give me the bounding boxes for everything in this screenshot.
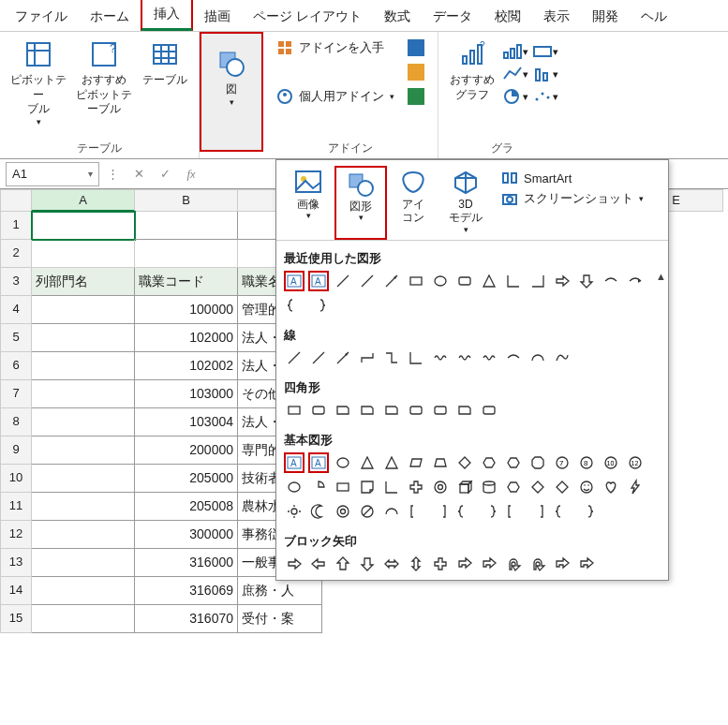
cell[interactable]: 庶務・人 [238,577,322,605]
shape-arrowL[interactable] [308,554,329,574]
my-addins-button[interactable]: 個人用アドイン ▾ [276,88,394,105]
screenshot-button[interactable]: スクリーンショット ▾ [501,190,644,207]
shape-hex[interactable] [503,477,524,497]
cell[interactable]: 316069 [135,577,238,605]
cell[interactable]: 205008 [135,493,238,521]
shape-moon[interactable] [308,501,329,522]
scroll-up-icon[interactable]: ▲ [656,271,666,282]
cell[interactable] [32,436,135,465]
shape-bentArrow[interactable] [552,554,572,574]
get-addins-button[interactable]: アドインを入手 [276,39,394,56]
shape-freeform[interactable] [552,348,572,368]
shape-arc[interactable] [381,501,402,522]
shape-braceR[interactable] [479,501,499,522]
cell[interactable]: 300000 [135,521,238,549]
cell[interactable] [32,380,135,408]
shape-noentry[interactable] [357,501,378,522]
shape-arrowU[interactable] [333,554,353,574]
shape-circ7[interactable]: 7 [552,452,572,473]
tab-insert[interactable]: 挿入 [141,0,193,31]
shape-L[interactable] [381,477,402,497]
select-all-corner[interactable] [0,189,32,212]
shape-smile[interactable] [576,477,597,497]
recommended-charts-button[interactable]: ? おすすめ グラフ [446,36,498,129]
shape-roundrect[interactable] [479,400,499,421]
shape-bracket[interactable] [503,501,524,522]
shape-bentArrow[interactable] [576,554,597,574]
table-button[interactable]: テーブル [139,36,191,129]
shape-cyl[interactable] [479,477,499,497]
fx-icon[interactable]: fx [178,162,204,186]
shape-braceR[interactable] [576,501,597,522]
shape-snip[interactable] [381,400,402,421]
cell[interactable] [32,352,135,380]
shape-squiggle[interactable] [430,348,451,368]
shape-circ10[interactable]: 10 [601,452,621,473]
cell[interactable]: 列部門名 [32,268,135,296]
cell[interactable]: 102002 [135,352,238,380]
row-header[interactable]: 15 [0,605,32,633]
shape-diamond[interactable] [552,477,572,497]
chart-area-icon[interactable]: ▾ [532,41,558,62]
cell[interactable]: 100000 [135,296,238,324]
shape-rect[interactable] [284,400,305,421]
shape-hex[interactable] [503,452,524,473]
shape-para[interactable] [406,452,426,473]
insert-icons-button[interactable]: アイ コン [387,166,439,240]
shape-roundrect[interactable] [308,400,329,421]
shape-bracketR[interactable] [527,501,548,522]
tab-view[interactable]: 表示 [532,3,581,31]
shape-roundrect[interactable] [430,400,451,421]
cell[interactable] [32,493,135,521]
shape-oct[interactable] [527,452,548,473]
cell[interactable] [135,240,238,268]
row-header[interactable]: 14 [0,577,32,605]
tab-help[interactable]: ヘル [630,3,678,31]
row-header[interactable]: 11 [0,493,32,521]
shape-rect[interactable] [333,477,353,497]
cell[interactable]: 102000 [135,324,238,352]
shape-tri[interactable] [357,452,378,473]
chart-line-icon[interactable]: ▾ [502,64,528,84]
shape-line[interactable] [357,271,378,291]
tab-draw[interactable]: 描画 [193,3,242,31]
tab-file[interactable]: ファイル [4,3,79,31]
cell[interactable] [32,521,135,549]
shape-brace[interactable] [454,501,475,522]
shape-folded[interactable] [357,477,378,497]
illustrations-button[interactable]: 図 [201,45,261,139]
shape-arrowD[interactable] [576,271,597,291]
shape-line[interactable] [284,348,305,368]
cell[interactable] [135,212,238,240]
shape-sun[interactable] [284,501,305,522]
cell[interactable]: 受付・案 [238,605,322,633]
cell[interactable] [32,408,135,436]
shape-oval[interactable] [333,452,353,473]
shape-pie[interactable] [308,477,329,497]
cell[interactable] [32,465,135,493]
row-header[interactable]: 12 [0,521,32,549]
shape-textboxA[interactable]: A [284,452,305,473]
row-header[interactable]: 13 [0,549,32,577]
shape-bracketR[interactable] [430,501,451,522]
shape-connector[interactable] [357,348,378,368]
shape-cube[interactable] [454,477,475,497]
tab-home[interactable]: ホーム [79,3,141,31]
shape-lightning[interactable] [625,477,646,497]
chart-bar-icon[interactable]: ▾ [502,41,528,62]
shape-snip[interactable] [333,400,353,421]
cell[interactable] [32,324,135,352]
shape-rect[interactable] [406,271,426,291]
shape-braceR[interactable] [308,295,329,316]
shape-arrowR[interactable] [284,554,305,574]
shape-L[interactable] [406,348,426,368]
insert-image-button[interactable]: 画像 ▾ [282,166,334,240]
shape-plus[interactable] [406,477,426,497]
shape-curveR[interactable] [601,271,621,291]
tab-dev[interactable]: 開発 [581,3,630,31]
tab-formula[interactable]: 数式 [373,3,422,31]
cell[interactable] [32,296,135,324]
insert-shapes-button[interactable]: 図形 ▾ [334,166,387,240]
col-header-b[interactable]: B [135,189,238,212]
shape-squiggle[interactable] [479,348,499,368]
